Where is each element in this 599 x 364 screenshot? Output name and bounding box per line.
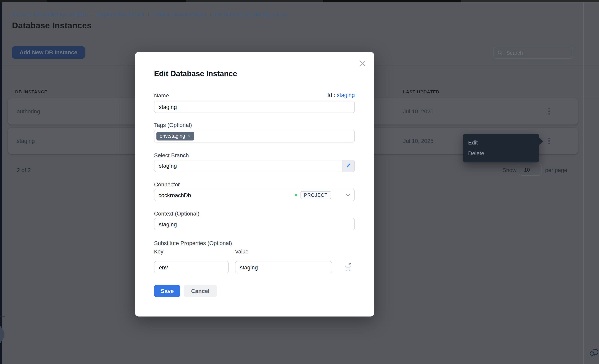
chevron-down-icon [346, 193, 350, 196]
search-icon [497, 50, 503, 55]
browser-tab [47, 0, 185, 2]
browser-tab-strip [0, 0, 599, 2]
header-divider [2, 38, 599, 38]
connector-scope-badge: PROJECT [300, 191, 331, 199]
tag-chip: env:staging × [156, 132, 194, 141]
modal-title: Edit Database Instance [154, 70, 237, 78]
tags-label: Tags (Optional) [154, 122, 192, 128]
connector-label: Connector [154, 181, 180, 187]
left-sidebar-edge [0, 2, 2, 364]
last-updated-value: Jul 10, 2025 [403, 98, 434, 124]
right-edge-divider [583, 2, 584, 364]
context-menu-delete[interactable]: Delete [463, 148, 539, 159]
connector-value: cockroachDb [159, 192, 291, 198]
value-label: Value [235, 249, 248, 255]
tags-input[interactable]: env:staging × [154, 130, 355, 142]
breadcrumb-account-link[interactable]: Account: kurosakiichigo.songoku [12, 12, 88, 18]
last-updated-value: Jul 10, 2025 [403, 128, 434, 154]
connector-status-dot [295, 194, 297, 196]
browser-tab [0, 0, 47, 2]
edit-db-instance-modal: Edit Database Instance Name Id : staging… [135, 52, 374, 317]
left-sidebar-divider [0, 317, 5, 317]
connector-select[interactable]: cockroachDb PROJECT [154, 189, 355, 201]
close-icon[interactable] [358, 59, 367, 68]
column-header-last-updated: LAST UPDATED [403, 89, 440, 94]
browser-tab [324, 0, 461, 2]
key-label: Key [154, 249, 163, 255]
delete-property-button[interactable] [344, 263, 352, 272]
id-value-link[interactable]: staging [337, 92, 355, 98]
browser-tab [185, 0, 323, 2]
chevron-down-icon [532, 168, 536, 171]
name-input[interactable] [154, 101, 355, 113]
id-label: Id : [327, 92, 335, 98]
page-size-select[interactable]: 10 [519, 164, 542, 176]
branch-input[interactable]: staging [154, 160, 355, 172]
column-header-db-instance: DB INSTANCE [15, 89, 47, 94]
context-menu-edit[interactable]: Edit [463, 137, 539, 148]
cancel-button[interactable]: Cancel [184, 285, 217, 297]
browser-tab [461, 0, 599, 2]
pagination-per-page-label: per page [545, 167, 567, 173]
context-menu-arrow [538, 137, 543, 146]
add-db-instance-button[interactable]: Add New DB Instance [12, 46, 85, 59]
instance-id: Id : staging [327, 92, 355, 98]
breadcrumb-separator: › [148, 12, 150, 17]
db-instance-name: staging [17, 128, 35, 154]
breadcrumb: Account: kurosakiichigo.songoku › Organi… [12, 12, 287, 18]
branch-value: staging [154, 160, 342, 172]
pagination-show-label: Show [502, 167, 516, 173]
search-box[interactable] [493, 47, 573, 59]
save-button[interactable]: Save [154, 285, 180, 297]
row-context-menu: Edit Delete [463, 134, 539, 162]
search-input[interactable] [506, 49, 569, 56]
remove-tag-icon[interactable]: × [188, 134, 191, 139]
db-instance-name: authoring [17, 98, 40, 124]
trash-icon [344, 263, 352, 272]
pagination-count: 2 of 2 [17, 167, 31, 173]
breadcrumb-separator: › [91, 12, 93, 17]
page-size-value: 10 [524, 167, 530, 173]
pin-branch-button[interactable] [342, 160, 354, 172]
name-label: Name [154, 92, 169, 98]
row-actions-kebab-icon[interactable] [545, 105, 553, 118]
substitute-properties-label: Substitute Properties (Optional) [154, 240, 232, 246]
row-actions-kebab-icon[interactable] [545, 134, 553, 147]
pushpin-icon [346, 163, 352, 169]
context-label: Context (Optional) [154, 210, 199, 217]
breadcrumb-organization-link[interactable]: Organization: default [96, 12, 144, 18]
breadcrumb-separator: › [210, 12, 211, 17]
substitute-value-input[interactable] [235, 261, 332, 273]
page-title: Database Instances [12, 21, 92, 30]
context-input[interactable] [154, 218, 355, 230]
substitute-key-input[interactable] [154, 261, 229, 273]
branch-label: Select Branch [154, 152, 189, 159]
tag-text: env:staging [160, 133, 185, 139]
breadcrumb-schema-link[interactable]: DB Schema: db_devops_demo [215, 12, 287, 18]
app-window: Account: kurosakiichigo.songoku › Organi… [0, 0, 599, 364]
chat-bubbles-icon[interactable] [589, 348, 599, 358]
breadcrumb-project-link[interactable]: Project: Default Project [153, 12, 206, 18]
